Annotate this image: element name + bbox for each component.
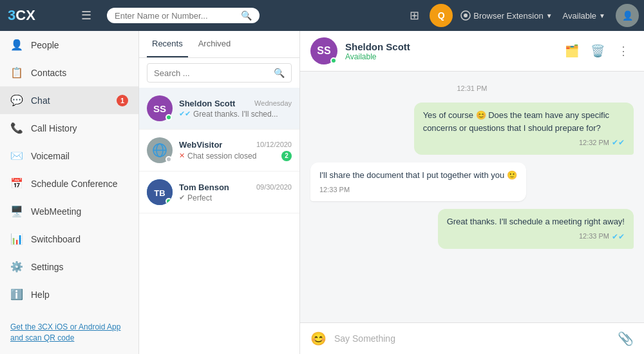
online-indicator — [166, 114, 172, 121]
delete-button[interactable]: 🗑️ — [587, 41, 608, 61]
online-indicator — [330, 57, 337, 64]
chat-icon: 💬 — [10, 94, 23, 106]
double-check-icon: ✔✔ — [612, 137, 625, 148]
q-button[interactable]: Q — [430, 4, 453, 27]
conversation-info: Sheldon Scott Wednesday ✔✔ Great thanks.… — [179, 99, 292, 119]
contacts-icon: 📋 — [10, 66, 23, 79]
conversation-date: 10/12/2020 — [256, 141, 292, 148]
message-footer: 12:33 PM ✔✔ — [447, 231, 625, 242]
message-text: I'll share the document that I put toget… — [319, 170, 517, 180]
chat-input-area: 😊 📎 — [300, 322, 644, 354]
svg-text:TB: TB — [154, 188, 165, 198]
hamburger-menu[interactable]: ☰ — [71, 8, 102, 23]
search-input[interactable] — [154, 68, 270, 78]
conversation-preview: ✕ Chat session closed 2 — [179, 151, 292, 161]
people-icon: 👤 — [10, 39, 23, 51]
switchboard-icon: 📊 — [10, 233, 23, 245]
more-options-button[interactable]: ⋮ — [613, 41, 634, 61]
list-item[interactable]: WebVisitor 10/12/2020 ✕ Chat session clo… — [139, 130, 299, 172]
message-bubble-sent: Yes of course 😊 Does the team have any s… — [414, 103, 634, 155]
search-box: 🔍 — [147, 63, 292, 83]
chat-messages: 12:31 PM Yes of course 😊 Does the team h… — [300, 72, 644, 322]
sidebar-item-label: WebMeeting — [31, 206, 81, 217]
tab-recents[interactable]: Recents — [147, 31, 188, 57]
sidebar: 👤 People 📋 Contacts 💬 Chat 1 📞 Call Hist… — [0, 31, 139, 354]
sidebar-item-webmeeting[interactable]: 🖥️ WebMeeting — [0, 197, 138, 225]
list-item[interactable]: TB Tom Benson 09/30/2020 ✔ Perfect — [139, 172, 299, 213]
sidebar-item-people[interactable]: 👤 People — [0, 31, 138, 59]
user-avatar[interactable]: 👤 — [616, 4, 639, 27]
search-bar: 🔍 — [107, 8, 260, 23]
conversation-date: 09/30/2020 — [256, 183, 292, 191]
emoji-button[interactable]: 😊 — [310, 331, 327, 346]
message-time: 12:33 PM — [319, 184, 350, 195]
double-check-icon: ✔✔ — [612, 231, 625, 242]
conversation-preview: ✔ Perfect — [179, 193, 292, 202]
settings-icon: ⚙️ — [10, 261, 23, 273]
conversations-panel: Recents Archived 🔍 SS Sheldon Scott Wedn… — [139, 31, 300, 354]
contact-name: Sheldon Scott — [345, 41, 554, 52]
chat-actions: 🗂️ 🗑️ ⋮ — [562, 41, 634, 61]
conversation-list: SS Sheldon Scott Wednesday ✔✔ Great than… — [139, 88, 299, 354]
call-history-icon: 📞 — [10, 122, 23, 134]
message-footer: 12:33 PM — [319, 184, 517, 195]
help-icon: ℹ️ — [10, 288, 23, 300]
sidebar-item-label: Switchboard — [31, 234, 80, 244]
conversation-info: WebVisitor 10/12/2020 ✕ Chat session clo… — [179, 140, 292, 161]
sidebar-item-label: Call History — [31, 123, 77, 133]
sidebar-item-label: Voicemail — [31, 151, 70, 161]
avatar — [147, 137, 173, 163]
attach-button[interactable]: 📎 — [618, 331, 634, 346]
conversation-search: 🔍 — [139, 58, 299, 88]
message-footer: 12:32 PM ✔✔ — [423, 137, 625, 148]
message-text: Yes of course 😊 Does the team have any s… — [423, 110, 609, 133]
contact-status: Available — [345, 52, 554, 61]
chat-header: SS Sheldon Scott Available 🗂️ 🗑️ ⋮ — [300, 31, 644, 72]
message-input[interactable] — [334, 333, 610, 344]
sidebar-item-label: Settings — [31, 262, 64, 272]
app-logo: 3CX — [0, 7, 71, 24]
status-label: Available — [563, 11, 597, 21]
chat-area: SS Sheldon Scott Available 🗂️ 🗑️ ⋮ 12:31… — [300, 31, 644, 354]
conversation-tabs: Recents Archived — [139, 31, 299, 58]
online-indicator — [166, 198, 172, 204]
svg-point-1 — [464, 14, 468, 17]
message-text: Great thanks. I'll schedule a meeting ri… — [447, 217, 625, 226]
search-input[interactable] — [115, 11, 241, 21]
browser-extension-label: Browser Extension — [473, 11, 543, 21]
contact-info: Sheldon Scott Available — [345, 41, 554, 61]
message-bubble-sent: Great thanks. I'll schedule a meeting ri… — [438, 209, 634, 249]
contact-avatar: SS — [310, 37, 337, 64]
chrome-icon — [460, 10, 471, 21]
status-button[interactable]: Available ▼ — [558, 11, 611, 21]
chevron-down-icon: ▼ — [546, 12, 553, 19]
list-item[interactable]: SS Sheldon Scott Wednesday ✔✔ Great than… — [139, 88, 299, 130]
schedule-icon: 📅 — [10, 177, 23, 190]
archive-button[interactable]: 🗂️ — [562, 41, 582, 61]
message-time: 12:32 PM — [579, 137, 609, 148]
sidebar-item-call-history[interactable]: 📞 Call History — [0, 114, 138, 142]
message-time: 12:33 PM — [579, 231, 609, 242]
voicemail-icon: ✉️ — [10, 150, 23, 162]
sidebar-item-voicemail[interactable]: ✉️ Voicemail — [0, 142, 138, 170]
browser-extension-button[interactable]: Browser Extension ▼ — [455, 10, 557, 21]
app-download-link[interactable]: Get the 3CX iOS or Android App and scan … — [0, 311, 138, 354]
sidebar-item-chat[interactable]: 💬 Chat 1 — [0, 86, 138, 114]
conversation-preview: ✔✔ Great thanks. I'll sched... — [179, 110, 292, 119]
sidebar-item-switchboard[interactable]: 📊 Switchboard — [0, 225, 138, 253]
message-bubble-received: I'll share the document that I put toget… — [310, 162, 526, 201]
contact-name: WebVisitor — [179, 140, 222, 150]
sidebar-item-settings[interactable]: ⚙️ Settings — [0, 253, 138, 280]
search-icon: 🔍 — [274, 68, 285, 78]
sidebar-item-schedule-conference[interactable]: 📅 Schedule Conference — [0, 170, 138, 197]
grid-icon[interactable]: ⊞ — [401, 8, 427, 23]
sidebar-item-label: People — [31, 40, 59, 50]
sidebar-item-contacts[interactable]: 📋 Contacts — [0, 59, 138, 86]
chevron-down-icon: ▼ — [599, 12, 605, 19]
sidebar-item-label: Schedule Conference — [31, 179, 118, 189]
topbar: 3CX ☰ 🔍 ⊞ Q Browser Extension ▼ Availabl… — [0, 0, 644, 31]
contact-name: Sheldon Scott — [179, 99, 235, 108]
sidebar-item-help[interactable]: ℹ️ Help — [0, 280, 138, 308]
tab-archived[interactable]: Archived — [193, 31, 236, 57]
message-timestamp: 12:31 PM — [310, 84, 634, 92]
